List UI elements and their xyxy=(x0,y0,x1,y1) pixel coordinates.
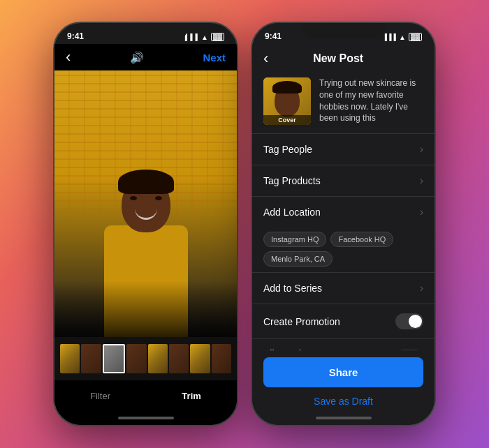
back-button-left[interactable]: ‹ xyxy=(66,48,71,66)
next-button[interactable]: Next xyxy=(203,52,226,64)
video-area xyxy=(54,70,237,337)
right-screen: ‹ New Post Cover Trying out new skincare… xyxy=(252,44,435,411)
post-thumbnail[interactable]: Cover xyxy=(263,77,311,125)
left-phone: 9:41 ▐▐▐ ▲ ▓▓ ‹ 🔊 Next xyxy=(53,22,238,426)
create-promotion-label: Create Promotion xyxy=(263,316,340,327)
location-tag-menlopark[interactable]: Menlo Park, CA xyxy=(263,251,333,267)
battery-icon-right: ▓▓ xyxy=(409,33,422,41)
menu-item-tag-people[interactable]: Tag People › xyxy=(252,133,435,165)
strip-frame xyxy=(212,344,231,373)
save-draft-button[interactable]: Save as Draft xyxy=(252,391,435,411)
strip-frame-active[interactable] xyxy=(103,344,125,373)
signal-icon: ▐▐▐ xyxy=(183,33,198,40)
allow-ads-toggle[interactable] xyxy=(395,350,423,350)
strip-frames xyxy=(60,344,231,373)
tag-people-label: Tag People xyxy=(263,144,312,155)
strip-frame xyxy=(169,344,189,373)
status-bar-right: 9:41 ▐▐▐ ▲ ▓▓ xyxy=(252,23,435,44)
allow-ads-label: Allow Ads xyxy=(263,348,390,350)
wifi-icon-right: ▲ xyxy=(399,33,406,41)
nav-bar-right: ‹ New Post xyxy=(252,44,435,72)
status-icons-left: ▐▐▐ ▲ ▓▓ xyxy=(183,33,224,41)
menu-item-add-location[interactable]: Add Location › xyxy=(252,196,435,227)
strip-frame xyxy=(81,344,101,373)
tab-filter[interactable]: Filter xyxy=(90,391,110,401)
chevron-icon: › xyxy=(420,143,423,156)
page-title: New Post xyxy=(313,52,363,65)
menu-items: Tag People › Tag Products › Add Location… xyxy=(252,133,435,350)
strip-frame xyxy=(126,344,146,373)
menu-item-create-promotion[interactable]: Create Promotion xyxy=(252,304,435,338)
time-right: 9:41 xyxy=(265,31,282,41)
strip-frame xyxy=(190,344,210,373)
add-location-label: Add Location xyxy=(263,207,321,218)
tag-products-label: Tag Products xyxy=(263,175,321,186)
status-icons-right: ▐▐▐ ▲ ▓▓ xyxy=(383,33,422,41)
home-bar xyxy=(316,417,372,419)
timeline-strip[interactable] xyxy=(54,337,237,380)
left-screen: ‹ 🔊 Next xyxy=(54,44,237,411)
chevron-icon: › xyxy=(420,282,423,294)
video-frame xyxy=(54,70,237,337)
status-bar-left: 9:41 ▐▐▐ ▲ ▓▓ xyxy=(54,23,237,44)
bottom-tabs: Filter Trim xyxy=(54,380,237,411)
chevron-icon: › xyxy=(420,174,423,187)
menu-item-tag-products[interactable]: Tag Products › xyxy=(252,165,435,196)
post-caption: Trying out new skincare is one of my new… xyxy=(319,77,423,125)
wifi-icon: ▲ xyxy=(201,33,208,41)
battery-icon: ▓▓ xyxy=(211,33,224,41)
signal-icon-right: ▐▐▐ xyxy=(383,33,396,40)
share-button[interactable]: Share xyxy=(263,357,423,387)
chevron-icon: › xyxy=(420,206,423,218)
nav-bar-left: ‹ 🔊 Next xyxy=(54,44,237,70)
create-promotion-toggle[interactable] xyxy=(395,313,423,329)
right-phone: 9:41 ▐▐▐ ▲ ▓▓ ‹ New Post Cover Trying ou… xyxy=(251,22,436,426)
time-left: 9:41 xyxy=(67,31,84,41)
menu-item-add-to-series[interactable]: Add to Series › xyxy=(252,272,435,304)
home-bar xyxy=(118,417,174,419)
location-tag-instagram[interactable]: Instagram HQ xyxy=(263,232,326,247)
home-indicator-left xyxy=(54,411,237,425)
volume-icon[interactable]: 🔊 xyxy=(130,51,144,64)
add-to-series-label: Add to Series xyxy=(263,283,322,294)
tab-trim[interactable]: Trim xyxy=(182,391,200,401)
strip-frame xyxy=(148,344,168,373)
location-tag-facebook[interactable]: Facebook HQ xyxy=(330,232,393,247)
location-tags: Instagram HQ Facebook HQ Menlo Park, CA xyxy=(252,227,435,272)
back-button-right[interactable]: ‹ xyxy=(263,50,268,68)
cover-label: Cover xyxy=(263,115,311,125)
toggle-knob xyxy=(409,315,422,328)
menu-item-allow-ads[interactable]: Allow Ads All monetized videos are revie… xyxy=(252,338,435,350)
strip-frame xyxy=(60,344,80,373)
home-indicator-right xyxy=(252,411,435,425)
post-header: Cover Trying out new skincare is one of … xyxy=(252,72,435,133)
